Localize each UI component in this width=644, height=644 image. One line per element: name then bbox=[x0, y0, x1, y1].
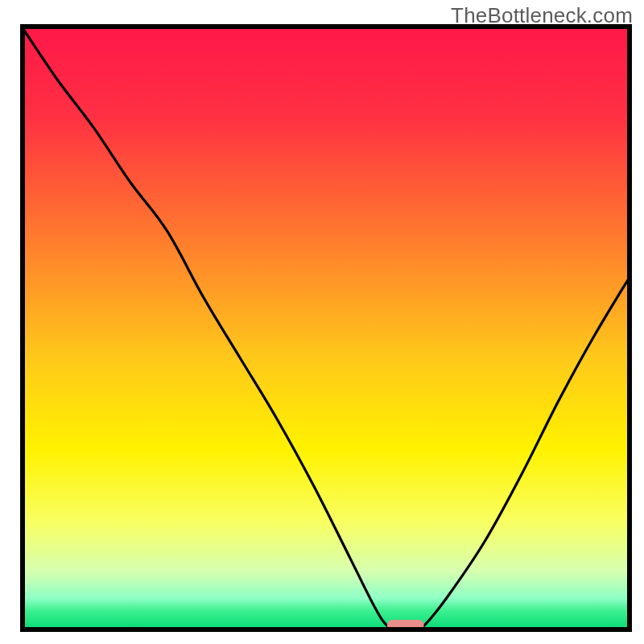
watermark-text: TheBottleneck.com bbox=[451, 3, 633, 28]
chart-container: TheBottleneck.com bbox=[0, 0, 644, 644]
bottleneck-chart bbox=[0, 0, 644, 644]
gradient-background bbox=[20, 24, 632, 632]
